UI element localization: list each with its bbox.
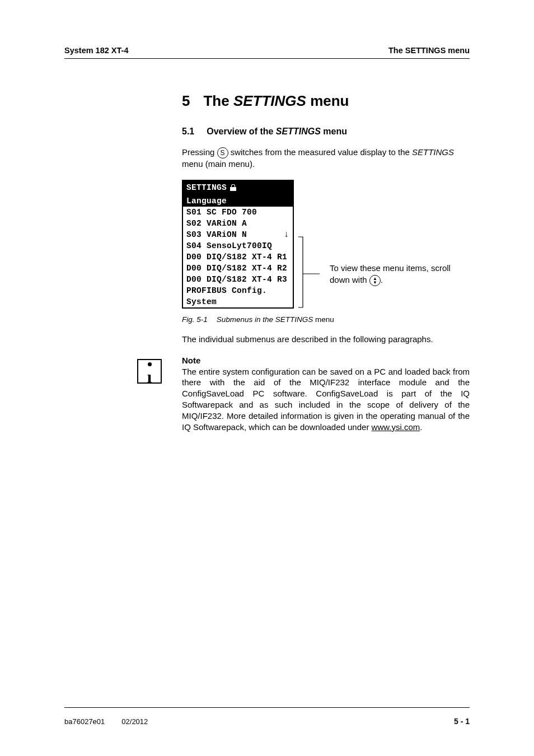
note-link[interactable]: www.ysi.com [372, 422, 420, 432]
section-number: 5.1 [182, 127, 194, 136]
lcd-row: PROFIBUS Config. [183, 285, 293, 296]
bracket-icon [296, 180, 320, 310]
lcd-screen: SETTINGS Language S01 SC FDO 700 S02 VAR… [182, 180, 294, 309]
note-block: ı Note The entire system configuration c… [182, 356, 470, 433]
page-footer: ba76027e01 02/2012 5 - 1 [64, 707, 470, 726]
down-arrow-icon: ↓ [284, 230, 289, 239]
lock-icon [230, 184, 236, 191]
lcd-row: S02 VARiON A [183, 218, 293, 229]
lcd-row: D00 DIQ/S182 XT-4 R2 [183, 263, 293, 274]
footer-doc: ba76027e01 [64, 717, 105, 726]
note-title: Note [182, 356, 470, 365]
note-body: The entire system configuration can be s… [182, 366, 470, 433]
section-title: 5.1Overview of the SETTINGS menu [182, 127, 470, 137]
footer-page: 5 - 1 [454, 717, 470, 726]
figure-caption: Fig. 5-1Submenus in the SETTINGS menu [182, 315, 470, 324]
after-figure-text: The individual submenus are described in… [182, 334, 470, 345]
info-icon: ı [137, 359, 162, 384]
lcd-row: S01 SC FDO 700 [183, 207, 293, 218]
figure-area: SETTINGS Language S01 SC FDO 700 S02 VAR… [182, 180, 470, 310]
chapter-title: 5The SETTINGS menu [182, 92, 470, 110]
lcd-row: S03 VARiON N↓ [183, 229, 293, 240]
lcd-row: D00 DIQ/S182 XT-4 R1 [183, 251, 293, 263]
chapter-number: 5 [182, 92, 190, 109]
s-key-icon: S [217, 147, 228, 158]
lcd-selected-row: Language [183, 195, 293, 207]
lcd-row: S04 SensoLyt700IQ [183, 240, 293, 251]
header-left: System 182 XT-4 [64, 46, 128, 55]
updown-key-icon: ▲▼ [369, 275, 381, 286]
callout-text: To view these menu items, scroll down wi… [330, 263, 470, 286]
lcd-row: System [183, 296, 293, 307]
page-header: System 182 XT-4 The SETTINGS menu [64, 46, 470, 59]
footer-date: 02/2012 [121, 717, 148, 726]
lcd-title: SETTINGS [186, 182, 227, 193]
header-right: The SETTINGS menu [388, 46, 470, 55]
lcd-header: SETTINGS [183, 181, 293, 195]
lcd-row: D00 DIQ/S182 XT-4 R3 [183, 274, 293, 285]
intro-paragraph: Pressing S switches from the measured va… [182, 147, 470, 170]
